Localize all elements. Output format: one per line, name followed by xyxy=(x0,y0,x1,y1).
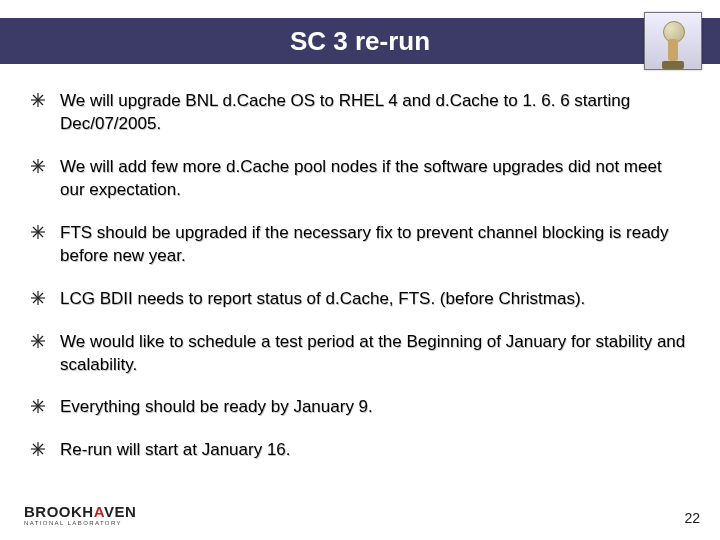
list-item-text: We will upgrade BNL d.Cache OS to RHEL 4… xyxy=(60,90,690,136)
bullet-list: We will upgrade BNL d.Cache OS to RHEL 4… xyxy=(30,90,690,482)
logo-accent: A xyxy=(94,503,104,520)
slide: SC 3 re-run We will upgrade BNL d.Cache … xyxy=(0,0,720,540)
snowflake-icon xyxy=(30,290,50,310)
snowflake-icon xyxy=(30,333,50,353)
list-item: Re-run will start at January 16. xyxy=(30,439,690,462)
atlas-icon xyxy=(660,29,686,69)
snowflake-icon xyxy=(30,398,50,418)
list-item: FTS should be upgraded if the necessary … xyxy=(30,222,690,268)
list-item: We will upgrade BNL d.Cache OS to RHEL 4… xyxy=(30,90,690,136)
list-item-text: LCG BDII needs to report status of d.Cac… xyxy=(60,288,585,311)
list-item-text: FTS should be upgraded if the necessary … xyxy=(60,222,690,268)
slide-title: SC 3 re-run xyxy=(290,26,430,57)
list-item-text: Everything should be ready by January 9. xyxy=(60,396,373,419)
list-item: We would like to schedule a test period … xyxy=(30,331,690,377)
page-number: 22 xyxy=(684,510,700,526)
logo-sub-text: NATIONAL LABORATORY xyxy=(24,520,136,526)
list-item-text: We will add few more d.Cache pool nodes … xyxy=(60,156,690,202)
brookhaven-logo: BROOKHAVEN NATIONAL LABORATORY xyxy=(24,504,136,526)
list-item: LCG BDII needs to report status of d.Cac… xyxy=(30,288,690,311)
snowflake-icon xyxy=(30,158,50,178)
logo-main-text: BROOKHAVEN xyxy=(24,504,136,519)
list-item: We will add few more d.Cache pool nodes … xyxy=(30,156,690,202)
snowflake-icon xyxy=(30,441,50,461)
list-item-text: Re-run will start at January 16. xyxy=(60,439,291,462)
snowflake-icon xyxy=(30,224,50,244)
logo-part-1: BROOKH xyxy=(24,503,94,520)
atlas-logo xyxy=(644,12,702,70)
snowflake-icon xyxy=(30,92,50,112)
list-item: Everything should be ready by January 9. xyxy=(30,396,690,419)
title-bar: SC 3 re-run xyxy=(0,18,720,64)
list-item-text: We would like to schedule a test period … xyxy=(60,331,690,377)
logo-part-2: VEN xyxy=(104,503,136,520)
